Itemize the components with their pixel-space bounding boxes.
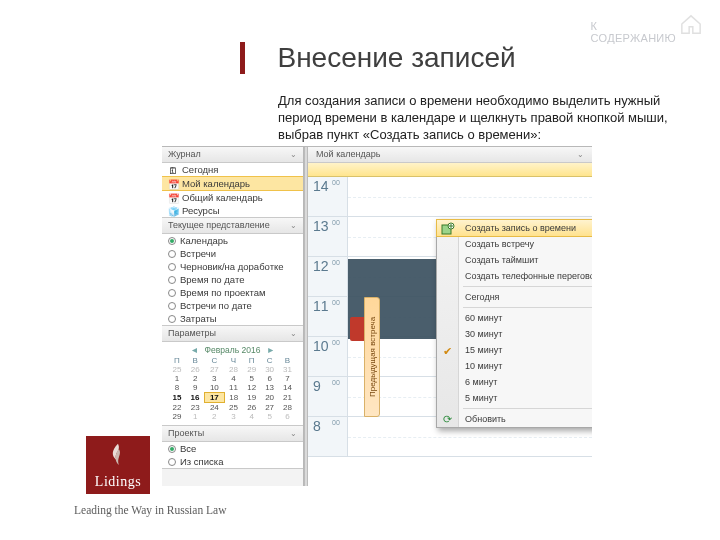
- calendar-day[interactable]: 1: [168, 374, 186, 383]
- calendar-day[interactable]: 25: [168, 365, 186, 374]
- radio-icon: [168, 315, 176, 323]
- calendar-day[interactable]: 21: [279, 393, 297, 403]
- calendar-day[interactable]: 7: [279, 374, 297, 383]
- calendar-day[interactable]: 3: [205, 374, 225, 383]
- sidebar-nav-item[interactable]: 📅Общий календарь: [162, 191, 303, 204]
- calendar-day[interactable]: 15: [168, 393, 186, 403]
- home-icon[interactable]: [680, 14, 702, 34]
- view-radio-option[interactable]: Время по дате: [162, 273, 303, 286]
- calendar-day[interactable]: 3: [224, 412, 243, 421]
- sidebar-nav-item[interactable]: 🧊Ресурсы: [162, 204, 303, 217]
- collapse-icon[interactable]: ⌄: [290, 221, 297, 230]
- view-radio-option[interactable]: Встречи: [162, 247, 303, 260]
- calendar-day[interactable]: 27: [261, 403, 279, 413]
- pane-views-header[interactable]: Текущее представление ⌄: [162, 218, 303, 234]
- mini-calendar[interactable]: ◄ Февраль 2016 ► ПВСЧПСВ2526272829303112…: [162, 342, 303, 425]
- previous-meeting-tab[interactable]: Предыдущая встреча: [364, 297, 380, 417]
- calendar-day[interactable]: 12: [243, 383, 261, 393]
- context-menu-item[interactable]: Сегодня: [437, 289, 592, 305]
- calendar-day[interactable]: 16: [186, 393, 205, 403]
- calendar-day[interactable]: 28: [279, 403, 297, 413]
- radio-icon: [168, 458, 176, 466]
- context-menu-item[interactable]: Создать запись о времени: [436, 219, 592, 237]
- project-radio-option[interactable]: Все: [162, 442, 303, 455]
- view-label: Время по дате: [180, 274, 244, 285]
- all-day-row[interactable]: [308, 163, 592, 177]
- hour-row[interactable]: 1400: [308, 177, 592, 217]
- calendar-day[interactable]: 10: [205, 383, 225, 393]
- calendar-day[interactable]: 29: [168, 412, 186, 421]
- view-radio-option[interactable]: Время по проектам: [162, 286, 303, 299]
- calendar-day[interactable]: 6: [279, 412, 297, 421]
- context-menu-item[interactable]: 6 минут: [437, 374, 592, 390]
- context-menu-item[interactable]: Создать телефонные переговоры: [437, 268, 592, 284]
- prev-month-button[interactable]: ◄: [190, 345, 198, 355]
- calendar-day[interactable]: 9: [186, 383, 205, 393]
- vertical-tab-marker[interactable]: [350, 317, 364, 341]
- calendar-day[interactable]: 19: [243, 393, 261, 403]
- hour-gutter: 1200: [308, 257, 348, 296]
- context-menu-item[interactable]: 10 минут: [437, 358, 592, 374]
- calendar-day[interactable]: 31: [279, 365, 297, 374]
- calendar-day[interactable]: 14: [279, 383, 297, 393]
- calendar-day[interactable]: 30: [261, 365, 279, 374]
- calendar-day[interactable]: 5: [243, 374, 261, 383]
- context-menu-item[interactable]: 30 минут: [437, 326, 592, 342]
- view-radio-option[interactable]: Затраты: [162, 312, 303, 325]
- collapse-icon[interactable]: ⌄: [577, 150, 584, 159]
- context-menu-item[interactable]: Создать встречу: [437, 236, 592, 252]
- nav-label: Общий календарь: [182, 192, 263, 203]
- collapse-icon[interactable]: ⌄: [290, 329, 297, 338]
- time-grid[interactable]: 14001300120011001000900800 Предыдущая вс…: [308, 177, 592, 486]
- pane-projects-header[interactable]: Проекты ⌄: [162, 426, 303, 442]
- calendar-day[interactable]: 2: [186, 374, 205, 383]
- calendar-day[interactable]: 29: [243, 365, 261, 374]
- calendar-day[interactable]: 5: [261, 412, 279, 421]
- calendar-day[interactable]: 22: [168, 403, 186, 413]
- calendar-day[interactable]: 18: [224, 393, 243, 403]
- view-radio-option[interactable]: Черновик/на доработке: [162, 260, 303, 273]
- calendar-day[interactable]: 24: [205, 403, 225, 413]
- calendar-day[interactable]: 13: [261, 383, 279, 393]
- calendar-day[interactable]: 27: [205, 365, 225, 374]
- calendar-day[interactable]: 26: [186, 365, 205, 374]
- next-month-button[interactable]: ►: [266, 345, 274, 355]
- context-menu-item[interactable]: ⟳Обновить: [437, 411, 592, 427]
- collapse-icon[interactable]: ⌄: [290, 150, 297, 159]
- view-label: Время по проектам: [180, 287, 266, 298]
- pane-journal-header[interactable]: Журнал ⌄: [162, 147, 303, 163]
- page-title: Внесение записей: [277, 42, 515, 74]
- context-menu-item[interactable]: 5 минут: [437, 390, 592, 406]
- calendar-day[interactable]: 25: [224, 403, 243, 413]
- hour-cell[interactable]: [348, 177, 592, 216]
- calendar-day[interactable]: 26: [243, 403, 261, 413]
- view-radio-option[interactable]: Календарь: [162, 234, 303, 247]
- nav-icon: 📅: [168, 193, 178, 203]
- mini-calendar-grid[interactable]: ПВСЧПСВ252627282930311234567891011121314…: [168, 356, 297, 421]
- context-menu-item[interactable]: Создать таймшит: [437, 252, 592, 268]
- view-radio-option[interactable]: Встречи по дате: [162, 299, 303, 312]
- calendar-day[interactable]: 23: [186, 403, 205, 413]
- calendar-day[interactable]: 20: [261, 393, 279, 403]
- context-menu-item[interactable]: 60 минут: [437, 310, 592, 326]
- sidebar-nav-item[interactable]: 📅Мой календарь: [162, 176, 303, 191]
- table-of-contents-link[interactable]: К СОДЕРЖАНИЮ: [591, 20, 676, 44]
- calendar-day[interactable]: 4: [224, 374, 243, 383]
- calendar-day[interactable]: 1: [186, 412, 205, 421]
- mini-calendar-month: Февраль 2016: [205, 345, 261, 355]
- sidebar-nav-item[interactable]: 🗓Сегодня: [162, 163, 303, 176]
- menu-separator: [463, 408, 592, 409]
- calendar-day[interactable]: 11: [224, 383, 243, 393]
- calendar-day[interactable]: 8: [168, 383, 186, 393]
- project-radio-option[interactable]: Из списка: [162, 455, 303, 468]
- calendar-main: Мой календарь ⌄ 140013001200110010009008…: [308, 147, 592, 486]
- create-icon: [441, 222, 455, 236]
- context-menu-item[interactable]: ✔15 минут: [437, 342, 592, 358]
- calendar-day[interactable]: 17: [205, 393, 225, 403]
- collapse-icon[interactable]: ⌄: [290, 429, 297, 438]
- calendar-day[interactable]: 2: [205, 412, 225, 421]
- calendar-day[interactable]: 4: [243, 412, 261, 421]
- calendar-day[interactable]: 28: [224, 365, 243, 374]
- pane-params-header[interactable]: Параметры ⌄: [162, 326, 303, 342]
- calendar-day[interactable]: 6: [261, 374, 279, 383]
